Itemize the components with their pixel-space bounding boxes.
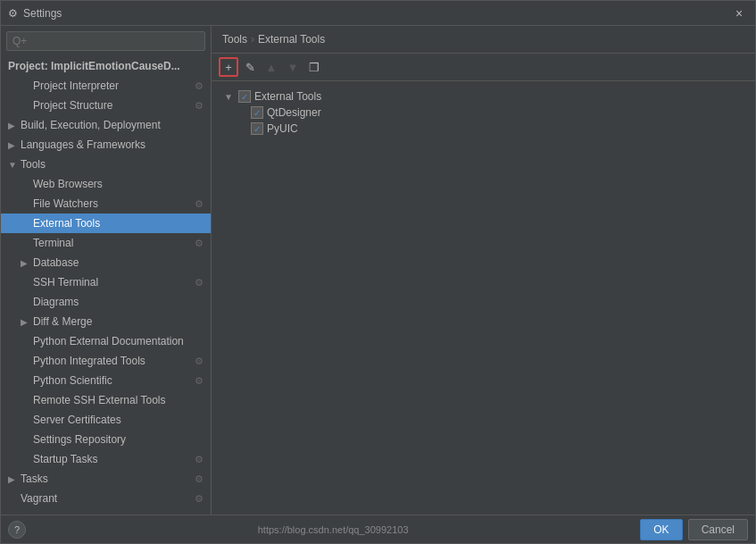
project-header: Project: ImplicitEmotionCauseD... <box>1 56 211 76</box>
title-bar: ⚙ Settings × <box>1 1 755 26</box>
settings-window: ⚙ Settings × Project: ImplicitEmotionCau… <box>0 0 756 544</box>
sidebar-item-web-browsers[interactable]: Web Browsers <box>1 174 211 194</box>
sidebar-label: Web Browsers <box>33 178 204 190</box>
edit-button[interactable]: ✎ <box>240 57 260 77</box>
sidebar-item-vagrant[interactable]: Vagrant ⚙ <box>1 489 211 508</box>
tree-area: ▼ ✓ External Tools ✓ QtDesigner ✓ PyUIC <box>212 81 755 515</box>
sidebar-scroll: Project: ImplicitEmotionCauseD... Projec… <box>1 56 211 515</box>
breadcrumb-external-tools: External Tools <box>258 33 325 46</box>
breadcrumb-sep: › <box>251 33 254 46</box>
arrow-icon: ▶ <box>21 258 33 268</box>
pyuic-checkbox[interactable]: ✓ <box>251 122 263 135</box>
settings-indicator-icon: ⚙ <box>195 100 204 112</box>
sidebar-label: SSH Terminal <box>33 276 195 289</box>
sidebar-item-startup-tasks[interactable]: Startup Tasks ⚙ <box>1 449 211 469</box>
sidebar-label: File Watchers <box>33 197 195 210</box>
breadcrumb: Tools › External Tools <box>212 26 755 54</box>
sidebar-item-python-external-docs[interactable]: Python External Documentation <box>1 331 211 351</box>
sidebar-label: Diagrams <box>33 296 204 308</box>
sidebar-label: Startup Tasks <box>33 453 195 465</box>
tree-item-qtdesigner[interactable]: ✓ QtDesigner <box>219 105 748 121</box>
sidebar-item-external-tools[interactable]: External Tools <box>1 213 211 233</box>
sidebar-label: Languages & Frameworks <box>21 138 204 151</box>
content-area: Project: ImplicitEmotionCauseD... Projec… <box>1 26 755 515</box>
sidebar-label: External Tools <box>33 217 204 230</box>
sidebar-item-python-scientific[interactable]: Python Scientific ⚙ <box>1 371 211 390</box>
settings-indicator-icon: ⚙ <box>195 375 204 387</box>
sidebar-label: Python Integrated Tools <box>33 355 195 367</box>
settings-indicator-icon: ⚙ <box>195 493 204 505</box>
bottom-bar: ? https://blog.csdn.net/qq_30992103 OK C… <box>1 515 755 543</box>
arrow-icon: ▶ <box>8 474 21 484</box>
sidebar-label: Vagrant <box>21 492 195 505</box>
settings-indicator-icon: ⚙ <box>195 277 204 289</box>
sidebar-item-settings-repository[interactable]: Settings Repository <box>1 430 211 449</box>
settings-indicator-icon: ⚙ <box>195 80 204 92</box>
sidebar: Project: ImplicitEmotionCauseD... Projec… <box>1 26 212 515</box>
sidebar-item-ssh-terminal[interactable]: SSH Terminal ⚙ <box>1 272 211 292</box>
cancel-button[interactable]: Cancel <box>688 519 748 540</box>
sidebar-item-database[interactable]: ▶ Database <box>1 253 211 272</box>
sidebar-item-languages[interactable]: ▶ Languages & Frameworks <box>1 135 211 155</box>
sidebar-label: Database <box>33 256 204 269</box>
settings-indicator-icon: ⚙ <box>195 238 204 249</box>
tree-item-label: PyUIC <box>267 122 298 135</box>
root-checkbox[interactable]: ✓ <box>238 90 251 103</box>
sidebar-label: Python Scientific <box>33 374 195 387</box>
tree-item-pyuic[interactable]: ✓ PyUIC <box>219 121 748 137</box>
arrow-icon: ▼ <box>8 160 21 170</box>
settings-icon: ⚙ <box>8 7 18 20</box>
sidebar-item-build-execution[interactable]: ▶ Build, Execution, Deployment <box>1 115 211 135</box>
sidebar-item-diff-merge[interactable]: ▶ Diff & Merge <box>1 312 211 331</box>
sidebar-label: Tasks <box>21 473 195 485</box>
sidebar-label: Terminal <box>33 237 195 249</box>
sidebar-label: Settings Repository <box>33 433 204 446</box>
sidebar-item-terminal[interactable]: Terminal ⚙ <box>1 233 211 253</box>
tree-item-label: QtDesigner <box>267 106 321 119</box>
tree-collapse-icon: ▼ <box>222 92 235 102</box>
arrow-icon: ▶ <box>21 317 33 327</box>
ok-button[interactable]: OK <box>640 519 682 540</box>
help-button[interactable]: ? <box>8 521 26 539</box>
sidebar-label: Python External Documentation <box>33 335 204 347</box>
settings-indicator-icon: ⚙ <box>195 473 204 485</box>
arrow-icon: ▶ <box>8 140 21 150</box>
copy-button[interactable]: ❐ <box>304 57 324 77</box>
sidebar-item-tools[interactable]: ▼ Tools <box>1 155 211 174</box>
sidebar-label: Project Interpreter <box>33 80 195 92</box>
breadcrumb-tools[interactable]: Tools <box>222 33 247 46</box>
settings-indicator-icon: ⚙ <box>195 356 204 367</box>
sidebar-label: Project Structure <box>33 99 195 112</box>
main-panel: Tools › External Tools + ✎ ▲ ▼ ❐ ▼ ✓ Ext… <box>212 26 755 515</box>
sidebar-label: Remote SSH External Tools <box>33 394 204 406</box>
arrow-icon: ▶ <box>8 121 21 130</box>
title-bar-left: ⚙ Settings <box>8 7 62 20</box>
sidebar-item-server-certificates[interactable]: Server Certificates <box>1 410 211 430</box>
qtdesigner-checkbox[interactable]: ✓ <box>251 106 263 119</box>
add-button[interactable]: + <box>219 57 238 77</box>
sidebar-item-diagrams[interactable]: Diagrams <box>1 292 211 312</box>
sidebar-label: Diff & Merge <box>33 315 204 328</box>
search-input[interactable] <box>6 31 205 51</box>
window-title: Settings <box>23 7 62 20</box>
sidebar-item-file-watchers[interactable]: File Watchers ⚙ <box>1 194 211 213</box>
sidebar-item-python-integrated-tools[interactable]: Python Integrated Tools ⚙ <box>1 351 211 371</box>
sidebar-label: Tools <box>21 158 204 171</box>
sidebar-label: Server Certificates <box>33 414 204 426</box>
close-button[interactable]: × <box>730 4 748 22</box>
settings-indicator-icon: ⚙ <box>195 198 204 210</box>
sidebar-item-tasks[interactable]: ▶ Tasks ⚙ <box>1 469 211 489</box>
bottom-buttons: OK Cancel <box>640 519 748 540</box>
toolbar: + ✎ ▲ ▼ ❐ <box>212 54 755 81</box>
sidebar-item-project-interpreter[interactable]: Project Interpreter ⚙ <box>1 76 211 96</box>
move-down-button[interactable]: ▼ <box>283 57 303 77</box>
tree-root[interactable]: ▼ ✓ External Tools <box>219 88 748 105</box>
url-display: https://blog.csdn.net/qq_30992103 <box>258 524 409 535</box>
sidebar-item-project-structure[interactable]: Project Structure ⚙ <box>1 96 211 115</box>
move-up-button[interactable]: ▲ <box>262 57 281 77</box>
sidebar-label: Build, Execution, Deployment <box>21 119 204 131</box>
sidebar-item-remote-ssh[interactable]: Remote SSH External Tools <box>1 390 211 410</box>
settings-indicator-icon: ⚙ <box>195 454 204 465</box>
tree-root-label: External Tools <box>254 90 321 103</box>
